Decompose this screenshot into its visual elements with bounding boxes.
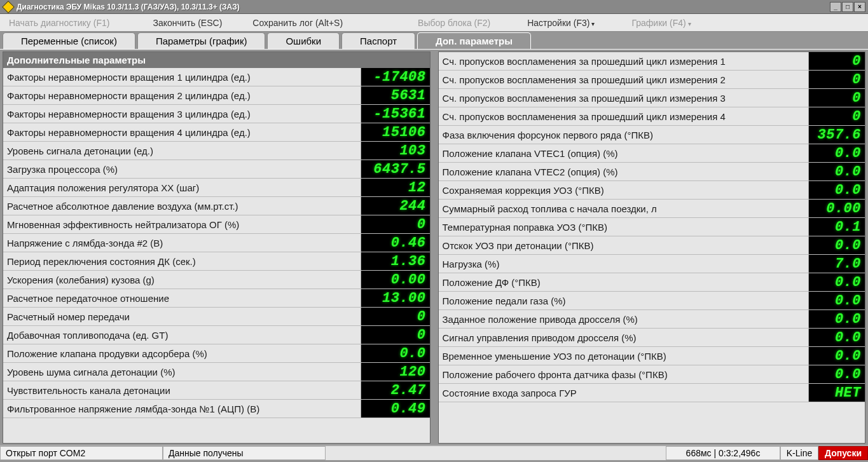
param-row[interactable]: Временное уменьшение УОЗ по детонации (°… bbox=[439, 347, 865, 365]
param-label: Сохраняемая коррекция УОЗ (°ПКВ) bbox=[439, 181, 809, 199]
param-row[interactable]: Ускорения (колебания) кузова (g)0.00 bbox=[3, 271, 430, 289]
close-button[interactable]: × bbox=[854, 2, 865, 12]
param-row[interactable]: Уровень шума сигнала детонации (%)120 bbox=[3, 363, 430, 381]
tab-params[interactable]: Параметры (график) bbox=[137, 32, 266, 49]
param-row[interactable]: Адаптация положения регулятора ХХ (шаг)1… bbox=[3, 179, 430, 197]
left-panel-header: Дополнительные параметры bbox=[3, 52, 430, 68]
tab-extra[interactable]: Доп. параметры bbox=[417, 32, 531, 49]
minimize-button[interactable]: _ bbox=[830, 2, 841, 12]
status-admit-button[interactable]: Допуски bbox=[818, 446, 868, 460]
param-row[interactable]: Период переключения состояния ДК (сек.)1… bbox=[3, 252, 430, 271]
param-value: 0.0 bbox=[809, 181, 865, 199]
param-row[interactable]: Сч. пропусков воспламенения за прошедший… bbox=[439, 107, 865, 126]
settings-button[interactable]: Настройки (F3) bbox=[521, 16, 601, 30]
param-row[interactable]: Состояние входа запроса ГУРНЕТ bbox=[439, 384, 865, 402]
param-row[interactable]: Расчетное абсолютное давление воздуха (м… bbox=[3, 197, 430, 215]
param-label: Факторы неравномерности вращения 4 цилин… bbox=[3, 123, 361, 141]
param-label: Напряжение с лямбда-зонда #2 (В) bbox=[3, 234, 361, 252]
param-row[interactable]: Нагрузка (%)7.0 bbox=[439, 255, 865, 273]
tab-passport[interactable]: Паспорт bbox=[341, 32, 415, 49]
param-label: Фильтрованное напряжение лямбда-зонда №1… bbox=[3, 400, 361, 418]
param-value: 0 bbox=[809, 89, 865, 107]
param-label: Временное уменьшение УОЗ по детонации (°… bbox=[439, 347, 809, 365]
param-value: -15361 bbox=[361, 105, 430, 123]
param-label: Положение клапана продувки адсорбера (%) bbox=[3, 344, 361, 362]
param-value: 5631 bbox=[361, 86, 430, 104]
param-label: Положение ДФ (°ПКВ) bbox=[439, 273, 809, 291]
param-value: 0.0 bbox=[809, 329, 865, 346]
param-value: 0.1 bbox=[809, 218, 865, 236]
app-icon bbox=[2, 1, 15, 13]
param-value: 120 bbox=[361, 363, 430, 381]
left-panel: Дополнительные параметры Факторы неравно… bbox=[3, 51, 431, 444]
param-value: 0 bbox=[361, 326, 430, 344]
param-label: Нагрузка (%) bbox=[439, 255, 809, 273]
title-bar: Диагностика ЭБУ Mikas 10.3/11.3 (ГАЗ/УАЗ… bbox=[0, 0, 868, 14]
param-value: 0 bbox=[361, 308, 430, 325]
right-panel-body[interactable]: Сч. пропусков воспламенения за прошедший… bbox=[439, 52, 865, 443]
save-log-button[interactable]: Сохранить лог (Alt+S) bbox=[246, 16, 349, 30]
param-label: Положение клапана VTEC2 (опция) (%) bbox=[439, 163, 809, 180]
param-row[interactable]: Положение клапана VTEC2 (опция) (%)0.0 bbox=[439, 163, 865, 181]
param-value: 103 bbox=[361, 142, 430, 160]
param-row[interactable]: Добавочная топливоподача (ед. GT)0 bbox=[3, 326, 430, 344]
param-value: 0.00 bbox=[809, 200, 865, 217]
param-label: Факторы неравномерности вращения 1 цилин… bbox=[3, 68, 361, 86]
param-row[interactable]: Положение клапана продувки адсорбера (%)… bbox=[3, 344, 430, 363]
tab-variables[interactable]: Переменные (список) bbox=[3, 32, 135, 49]
param-value: 0.0 bbox=[809, 273, 865, 291]
block-select-button[interactable]: Выбор блока (F2) bbox=[411, 16, 497, 30]
param-row[interactable]: Напряжение с лямбда-зонда #2 (В)0.46 bbox=[3, 234, 430, 252]
param-row[interactable]: Факторы неравномерности вращения 3 цилин… bbox=[3, 105, 430, 123]
param-value: 0 bbox=[809, 71, 865, 88]
param-value: 0.0 bbox=[809, 310, 865, 328]
param-label: Расчетное абсолютное давление воздуха (м… bbox=[3, 197, 361, 215]
param-label: Сч. пропусков воспламенения за прошедший… bbox=[439, 71, 809, 88]
param-label: Уровень шума сигнала детонации (%) bbox=[3, 363, 361, 381]
tab-errors[interactable]: Ошибки bbox=[267, 32, 340, 49]
param-row[interactable]: Сигнал управления приводом дросселя (%)0… bbox=[439, 329, 865, 347]
param-row[interactable]: Отскок УОЗ при детонации (°ПКВ)0.0 bbox=[439, 236, 865, 255]
param-row[interactable]: Положение рабочего фронта датчика фазы (… bbox=[439, 365, 865, 384]
param-row[interactable]: Фаза включения форсунок первого ряда (°П… bbox=[439, 126, 865, 144]
param-label: Фаза включения форсунок первого ряда (°П… bbox=[439, 126, 809, 144]
param-value: 2.47 bbox=[361, 381, 430, 399]
param-row[interactable]: Загрузка процессора (%)6437.5 bbox=[3, 160, 430, 179]
main-area: Дополнительные параметры Факторы неравно… bbox=[0, 49, 868, 445]
param-row[interactable]: Положение педали газа (%)0.0 bbox=[439, 292, 865, 310]
status-port: Открыт порт COM2 bbox=[0, 446, 163, 460]
param-label: Уровень сигнала детонации (ед.) bbox=[3, 142, 361, 160]
param-row[interactable]: Температурная поправка УОЗ (°ПКВ)0.1 bbox=[439, 218, 865, 236]
param-row[interactable]: Факторы неравномерности вращения 4 цилин… bbox=[3, 123, 430, 142]
status-bar: Открыт порт COM2 Данные получены 668мс |… bbox=[0, 445, 868, 460]
param-row[interactable]: Положение клапана VTEC1 (опция) (%)0.0 bbox=[439, 144, 865, 163]
param-value: 0 bbox=[809, 52, 865, 70]
param-row[interactable]: Уровень сигнала детонации (ед.)103 bbox=[3, 142, 430, 160]
start-diag-button[interactable]: Начать диагностику (F1) bbox=[3, 16, 116, 30]
param-row[interactable]: Чувствительность канала детонации2.47 bbox=[3, 381, 430, 400]
param-row[interactable]: Сч. пропусков воспламенения за прошедший… bbox=[439, 71, 865, 89]
status-kline: K-Line bbox=[780, 446, 818, 460]
param-label: Расчетное передаточное отношение bbox=[3, 289, 361, 307]
param-label: Суммарный расход топлива с начала поездк… bbox=[439, 200, 809, 217]
maximize-button[interactable]: □ bbox=[842, 2, 853, 12]
param-row[interactable]: Факторы неравномерности вращения 2 цилин… bbox=[3, 86, 430, 105]
param-row[interactable]: Расчетное передаточное отношение13.00 bbox=[3, 289, 430, 308]
param-row[interactable]: Сохраняемая коррекция УОЗ (°ПКВ)0.0 bbox=[439, 181, 865, 200]
param-row[interactable]: Положение ДФ (°ПКВ)0.0 bbox=[439, 273, 865, 292]
param-row[interactable]: Мгновенная эффективность нейтрализатора … bbox=[3, 215, 430, 234]
param-row[interactable]: Факторы неравномерности вращения 1 цилин… bbox=[3, 68, 430, 86]
param-row[interactable]: Суммарный расход топлива с начала поездк… bbox=[439, 200, 865, 218]
param-label: Ускорения (колебания) кузова (g) bbox=[3, 271, 361, 289]
param-row[interactable]: Сч. пропусков воспламенения за прошедший… bbox=[439, 89, 865, 107]
left-panel-body[interactable]: Факторы неравномерности вращения 1 цилин… bbox=[3, 68, 430, 443]
param-row[interactable]: Расчетный номер передачи0 bbox=[3, 308, 430, 326]
param-row[interactable]: Сч. пропусков воспламенения за прошедший… bbox=[439, 52, 865, 71]
charts-button[interactable]: Графики (F4) bbox=[625, 16, 697, 30]
param-row[interactable]: Заданное положение привода дросселя (%)0… bbox=[439, 310, 865, 329]
param-label: Состояние входа запроса ГУР bbox=[439, 384, 809, 402]
param-row[interactable]: Фильтрованное напряжение лямбда-зонда №1… bbox=[3, 400, 430, 418]
param-value: 7.0 bbox=[809, 255, 865, 273]
window-title: Диагностика ЭБУ Mikas 10.3/11.3 (ГАЗ/УАЗ… bbox=[17, 3, 830, 11]
end-diag-button[interactable]: Закончить (ESC) bbox=[146, 16, 228, 30]
